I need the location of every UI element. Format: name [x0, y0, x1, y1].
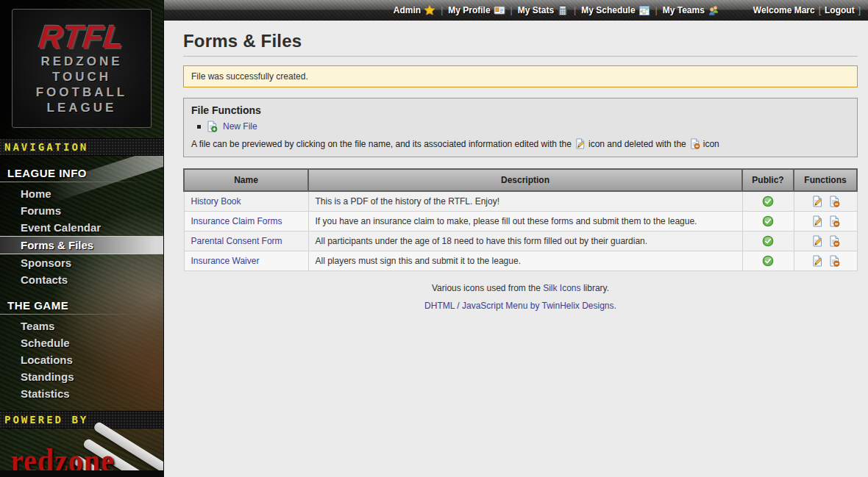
- menu-admin[interactable]: Admin: [394, 4, 435, 16]
- sidebar-item-forms-files[interactable]: Forms & Files: [0, 236, 163, 254]
- sidebar-item-locations[interactable]: Locations: [0, 351, 163, 368]
- help-text: A file can be previewed by clicking on t…: [191, 139, 572, 149]
- page-edit-icon[interactable]: [811, 235, 823, 247]
- sidebar-item-home[interactable]: Home: [0, 185, 163, 202]
- menu-my-stats[interactable]: My Stats: [518, 4, 569, 16]
- menu-separator: |: [511, 5, 513, 15]
- page-edit-icon: [574, 138, 586, 149]
- help-text: icon and deleted with the: [588, 139, 686, 149]
- sidebar-item-standings[interactable]: Standings: [0, 368, 163, 385]
- sidebar-item-event-calendar[interactable]: Event Calendar: [0, 219, 163, 236]
- menu-separator: |: [441, 5, 443, 15]
- list-bullet: [197, 125, 201, 129]
- flash-notice: File was successfully created.: [183, 65, 858, 87]
- page-delete-icon[interactable]: [828, 196, 840, 207]
- file-name-link[interactable]: History Book: [191, 196, 241, 207]
- menu-my-teams[interactable]: My Teams: [663, 4, 719, 16]
- sidebar-section-league-info: LEAGUE INFO Home Forums Event Calendar F…: [0, 165, 163, 288]
- sidebar-item-schedule[interactable]: Schedule: [0, 334, 163, 351]
- file-functions-panel: File Functions New File A file can be pr…: [183, 98, 858, 157]
- star-icon: [424, 4, 435, 16]
- page-edit-icon[interactable]: [811, 255, 823, 267]
- sidebar-item-statistics[interactable]: Statistics: [0, 385, 163, 402]
- navigation-banner: NAVIGATION: [0, 138, 163, 156]
- logout-link[interactable]: Logout: [825, 5, 855, 15]
- logo-line: REDZONE: [17, 54, 146, 69]
- page-add-icon[interactable]: [206, 121, 218, 132]
- sidebar-section-the-game: THE GAME Teams Schedule Locations Standi…: [0, 297, 163, 402]
- menu-my-schedule-label: My Schedule: [581, 5, 635, 15]
- redzone-logo-text: redzone: [10, 445, 163, 476]
- file-name-link[interactable]: Insurance Claim Forms: [191, 216, 282, 226]
- help-text: icon: [703, 139, 719, 149]
- table-header-row: Name Description Public? Functions: [184, 169, 857, 191]
- column-header-public: Public?: [742, 169, 794, 191]
- page-content: Forms & Files File was successfully crea…: [164, 21, 868, 477]
- calculator-icon: [557, 4, 569, 16]
- title-divider: [183, 56, 858, 57]
- menu-separator: |: [574, 5, 576, 15]
- calendar-icon: [638, 4, 650, 16]
- twinhelix-link[interactable]: DHTML / JavaScript Menu by TwinHelix Des…: [424, 301, 616, 311]
- menu-my-schedule[interactable]: My Schedule: [581, 4, 650, 16]
- accept-icon: [762, 196, 774, 207]
- accept-icon: [762, 215, 774, 227]
- file-name-link[interactable]: Insurance Waiver: [191, 256, 260, 266]
- table-row: Insurance Waiver All players must sign t…: [184, 251, 857, 271]
- file-description: If you have an insurance claim to make, …: [308, 212, 742, 232]
- sidebar: RTFL REDZONE TOUCH FOOTBALL LEAGUE NAVIG…: [0, 0, 163, 477]
- page-title: Forms & Files: [183, 31, 858, 51]
- logo-line: TOUCH: [17, 69, 146, 85]
- section-rule: [0, 314, 163, 315]
- menu-my-stats-label: My Stats: [518, 5, 554, 15]
- column-header-description: Description: [308, 169, 742, 191]
- sidebar-item-sponsors[interactable]: Sponsors: [0, 254, 163, 271]
- main-area: Admin | My Profile | My Stats | My Sched…: [163, 0, 868, 477]
- file-functions-title: File Functions: [191, 104, 850, 116]
- sidebar-item-forums[interactable]: Forums: [0, 202, 163, 219]
- logo-line: FOOTBALL: [17, 85, 146, 100]
- sidebar-item-contacts[interactable]: Contacts: [0, 271, 163, 288]
- logo-line: LEAGUE: [17, 100, 146, 115]
- icons-credit-line: Various icons used from the Silk Icons l…: [183, 283, 858, 293]
- section-rule: [0, 182, 163, 182]
- page-delete-icon[interactable]: [828, 255, 840, 267]
- credit-text: Various icons used from the: [432, 283, 541, 293]
- page-delete-icon[interactable]: [828, 235, 840, 247]
- menu-credit-line: DHTML / JavaScript Menu by TwinHelix Des…: [183, 301, 858, 311]
- file-description: This is a PDF of the history of the RTFL…: [308, 191, 742, 212]
- accept-icon: [762, 235, 774, 247]
- section-title: LEAGUE INFO: [0, 165, 163, 182]
- page-delete-icon: [689, 138, 700, 149]
- page-edit-icon[interactable]: [811, 196, 823, 207]
- topbar: Admin | My Profile | My Stats | My Sched…: [164, 0, 868, 21]
- column-header-functions: Functions: [794, 169, 857, 191]
- file-description: All participants under the age of 18 nee…: [308, 232, 742, 251]
- menu-my-teams-label: My Teams: [663, 5, 705, 15]
- vcard-icon: [494, 4, 505, 16]
- new-file-link[interactable]: New File: [223, 121, 257, 132]
- file-name-link[interactable]: Parental Consent Form: [191, 236, 282, 246]
- credit-text: library.: [583, 283, 609, 293]
- menu-my-profile[interactable]: My Profile: [448, 4, 505, 16]
- league-logo: RTFL REDZONE TOUCH FOOTBALL LEAGUE: [12, 9, 152, 128]
- bracket: ]: [858, 5, 861, 15]
- app-window: RTFL REDZONE TOUCH FOOTBALL LEAGUE NAVIG…: [0, 0, 868, 477]
- menu-separator: |: [655, 5, 658, 15]
- page-edit-icon[interactable]: [811, 215, 823, 227]
- session-controls: Welcome Marc [ Logout ]: [753, 5, 861, 15]
- redzone-leagues-logo: redzone ★LEAGUES★: [0, 428, 163, 477]
- table-row: Insurance Claim Forms If you have an ins…: [184, 212, 857, 232]
- group-icon: [708, 4, 719, 16]
- silk-icons-link[interactable]: Silk Icons: [543, 283, 580, 293]
- menu-admin-label: Admin: [394, 5, 421, 15]
- new-file-row: New File: [197, 121, 850, 132]
- page-delete-icon[interactable]: [828, 215, 840, 227]
- sidebar-item-teams[interactable]: Teams: [0, 318, 163, 334]
- files-table: Name Description Public? Functions Histo…: [183, 168, 858, 271]
- powered-by-banner: POWERED BY: [0, 411, 163, 428]
- accept-icon: [762, 255, 774, 267]
- welcome-text: Welcome Marc: [753, 5, 815, 15]
- section-title: THE GAME: [0, 297, 163, 314]
- menu-my-profile-label: My Profile: [448, 5, 490, 15]
